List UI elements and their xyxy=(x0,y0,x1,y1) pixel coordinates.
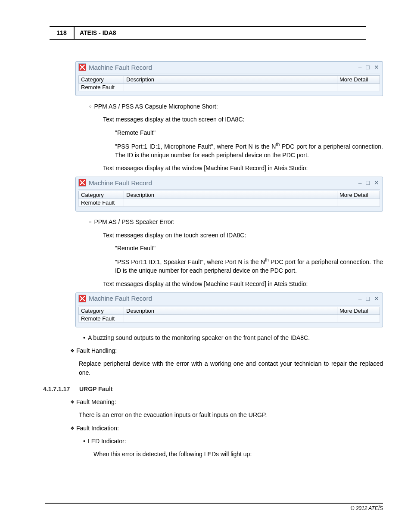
section-heading: 4.1.7.1.17URGP Fault xyxy=(43,386,383,392)
window-title: Machine Fault Record xyxy=(89,64,358,71)
body-text: "PSS Port:1 ID:1, Speaker Fault", where … xyxy=(115,257,383,275)
fault-table: Category Description More Detail Remote … xyxy=(78,307,380,323)
body-text: Text messages display at the window [Mac… xyxy=(103,164,383,172)
cell-detail xyxy=(337,315,380,323)
machine-fault-record-window: Machine Fault Record – □ ✕ Category Desc… xyxy=(75,177,383,212)
app-icon xyxy=(78,295,86,302)
col-more-detail[interactable]: More Detail xyxy=(337,75,380,84)
maximize-icon[interactable]: □ xyxy=(366,179,370,186)
table-row[interactable]: Remote Fault xyxy=(78,84,380,91)
machine-fault-record-window: Machine Fault Record – □ ✕ Category Desc… xyxy=(75,292,383,327)
col-more-detail[interactable]: More Detail xyxy=(337,307,380,315)
minimize-icon[interactable]: – xyxy=(358,64,362,71)
body-text: When this error is detected, the followi… xyxy=(93,450,383,458)
cell-detail xyxy=(337,84,380,91)
col-description[interactable]: Description xyxy=(124,75,337,84)
body-text: Text messages display at the touch scree… xyxy=(103,115,383,124)
col-more-detail[interactable]: More Detail xyxy=(337,191,380,199)
body-text: "Remote Fault" xyxy=(115,128,383,137)
col-description[interactable]: Description xyxy=(124,307,337,315)
table-row[interactable]: Remote Fault xyxy=(78,199,380,207)
cell-description xyxy=(124,199,337,207)
body-text: "PSS Port:1 ID:1, Microphone Fault", whe… xyxy=(115,141,383,159)
col-category[interactable]: Category xyxy=(78,75,124,84)
body-text: Text messages display at the window [Mac… xyxy=(103,280,383,288)
body-text: "Remote Fault" xyxy=(115,244,383,252)
body-text: There is an error on the evacuation inpu… xyxy=(79,411,383,419)
topic-heading: PPM AS / PSS Speaker Error: xyxy=(89,218,383,226)
cell-description xyxy=(124,315,337,323)
cell-description xyxy=(124,84,337,91)
fault-handling-label: Fault Handling: xyxy=(70,346,383,355)
app-icon xyxy=(78,63,86,71)
close-icon[interactable]: ✕ xyxy=(374,295,379,302)
header-title: ATEIS - IDA8 xyxy=(75,27,121,39)
topic-heading: PPM AS / PSS AS Capsule Microphone Short… xyxy=(89,102,383,111)
maximize-icon[interactable]: □ xyxy=(366,64,370,71)
close-icon[interactable]: ✕ xyxy=(374,179,379,186)
cell-category: Remote Fault xyxy=(78,315,124,323)
cell-detail xyxy=(337,199,380,207)
body-text: Replace peripheral device with the error… xyxy=(79,359,383,377)
fault-meaning-label: Fault Meaning: xyxy=(70,398,383,406)
col-description[interactable]: Description xyxy=(124,191,337,199)
body-text: A buzzing sound outputs to the monitorin… xyxy=(83,333,383,342)
window-title: Machine Fault Record xyxy=(89,295,358,302)
body-text: Text messages display on the touch scree… xyxy=(103,231,383,240)
minimize-icon[interactable]: – xyxy=(358,179,362,186)
close-icon[interactable]: ✕ xyxy=(374,64,379,71)
page-footer: © 2012 ATEÏS xyxy=(45,503,383,511)
app-icon xyxy=(78,179,86,187)
fault-table: Category Description More Detail Remote … xyxy=(78,191,380,207)
fault-indication-label: Fault Indication: xyxy=(70,424,383,432)
maximize-icon[interactable]: □ xyxy=(366,295,370,302)
window-title: Machine Fault Record xyxy=(89,179,358,187)
led-label: LED Indicator: xyxy=(83,437,383,445)
col-category[interactable]: Category xyxy=(78,307,124,315)
minimize-icon[interactable]: – xyxy=(358,295,362,302)
page-header: 118 ATEIS - IDA8 xyxy=(50,26,366,40)
col-category[interactable]: Category xyxy=(78,191,124,199)
machine-fault-record-window: Machine Fault Record – □ ✕ Category Desc… xyxy=(75,61,383,96)
cell-category: Remote Fault xyxy=(78,84,124,91)
table-row[interactable]: Remote Fault xyxy=(78,315,380,323)
page-number: 118 xyxy=(50,27,75,39)
cell-category: Remote Fault xyxy=(78,199,124,207)
fault-table: Category Description More Detail Remote … xyxy=(78,75,380,91)
